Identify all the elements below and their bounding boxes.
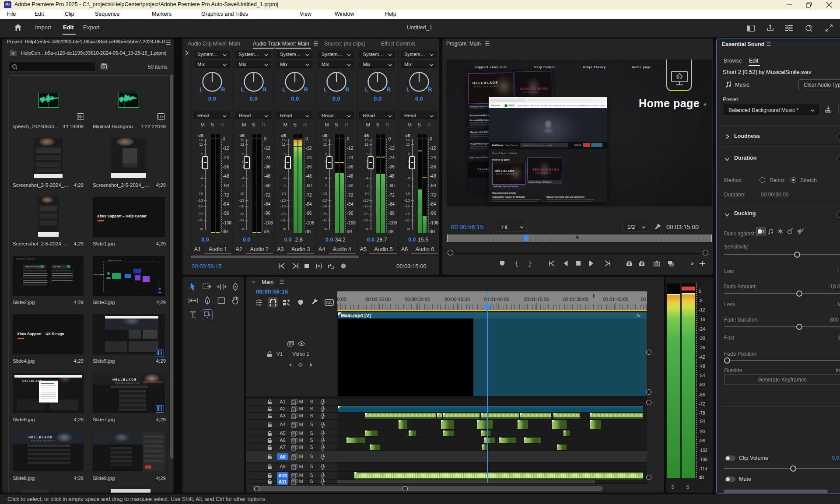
svg-text:{: { <box>515 260 518 267</box>
svg-text:CC: CC <box>326 300 332 305</box>
svg-text:}: } <box>528 260 532 267</box>
svg-text:»: » <box>691 260 694 266</box>
